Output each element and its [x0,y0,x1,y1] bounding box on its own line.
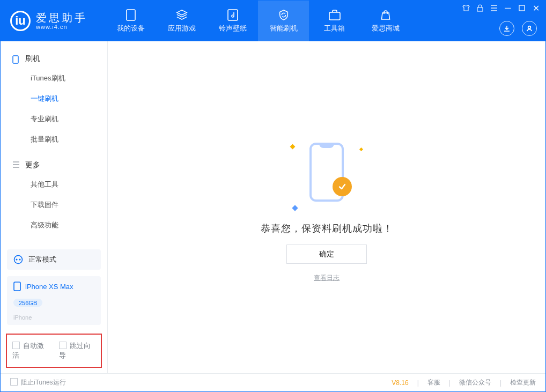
device-icon [13,282,21,291]
app-name: 爱思助手 [36,12,87,24]
app-url: www.i4.cn [36,24,87,30]
mode-icon [13,255,23,264]
sidebar-item-batch-flash[interactable]: 批量刷机 [1,129,107,150]
device-icon [125,9,137,21]
tab-smart-flash[interactable]: 智能刷机 [258,1,309,41]
section-flash: 刷机 [1,50,107,68]
device-card[interactable]: iPhone XS Max 256GB iPhone [7,276,101,325]
svg-rect-4 [519,5,525,11]
tab-label: 爱思商城 [372,24,400,33]
svg-rect-6 [13,56,18,63]
success-message: 恭喜您，保资料刷机成功啦！ [261,222,393,235]
shirt-icon[interactable] [462,4,470,12]
logo-icon: iu [10,11,31,31]
app-window: iu 爱思助手 www.i4.cn 我的设备 应用游戏 [0,0,546,392]
tab-my-device[interactable]: 我的设备 [105,1,156,41]
main-content: 恭喜您，保资料刷机成功啦！ 确定 查看日志 [108,41,545,373]
svg-rect-2 [329,12,340,20]
toolbox-icon [329,9,341,21]
check-icon [333,177,352,196]
svg-point-5 [528,26,531,29]
logo-block: iu 爱思助手 www.i4.cn [1,1,105,41]
music-icon [227,9,239,21]
view-log-link[interactable]: 查看日志 [314,273,340,283]
cube-icon [176,9,188,21]
section-more-label: 更多 [25,160,40,170]
sidebar-item-download-firmware[interactable]: 下载固件 [1,195,107,215]
device-name: iPhone XS Max [25,283,73,291]
header: iu 爱思助手 www.i4.cn 我的设备 应用游戏 [1,1,545,41]
confirm-button[interactable]: 确定 [286,245,367,264]
options-highlight: 自动激活 跳过向导 [6,334,102,368]
store-icon [380,9,392,21]
checkbox-auto-activate[interactable]: 自动激活 [12,341,49,360]
checkbox-skip-guide[interactable]: 跳过向导 [59,341,96,360]
refresh-icon [278,9,290,21]
svg-point-8 [16,258,17,260]
version-label: V8.16 [392,379,408,387]
tab-store[interactable]: 爱思商城 [360,1,411,41]
checkbox-block-itunes-label: 阻止iTunes运行 [21,379,66,386]
sidebar-item-pro-flash[interactable]: 专业刷机 [1,109,107,129]
tab-apps-games[interactable]: 应用游戏 [156,1,207,41]
device-subtitle: iPhone [13,314,32,321]
lock-icon[interactable] [476,4,484,12]
close-icon[interactable]: ✕ [532,4,540,12]
tab-toolbox[interactable]: 工具箱 [309,1,360,41]
svg-point-7 [14,256,23,264]
window-controls: ─ ✕ [462,4,540,12]
tab-label: 应用游戏 [168,24,196,33]
sidebar: 刷机 iTunes刷机 一键刷机 专业刷机 批量刷机 更多 其他工具 下载固件 … [1,41,108,373]
tab-label: 我的设备 [117,24,145,33]
tab-label: 工具箱 [324,24,345,33]
tab-ringtone-wallpaper[interactable]: 铃声壁纸 [207,1,258,41]
mode-label: 正常模式 [28,255,56,264]
checkbox-block-itunes[interactable]: 阻止iTunes运行 [10,378,66,387]
minimize-icon[interactable]: ─ [504,4,512,12]
tab-label: 铃声壁纸 [219,24,247,33]
result-panel: 恭喜您，保资料刷机成功啦！ 确定 查看日志 [261,132,393,283]
user-button[interactable] [522,21,537,36]
footer: 阻止iTunes运行 V8.16 | 客服 | 微信公众号 | 检查更新 [1,373,545,391]
footer-link-check-update[interactable]: 检查更新 [510,378,536,387]
list-icon [12,161,20,169]
tab-label: 智能刷机 [270,24,298,33]
download-button[interactable] [499,21,514,36]
svg-rect-3 [477,8,483,11]
svg-rect-0 [127,10,135,20]
section-more: 更多 [1,156,107,174]
sidebar-item-advanced[interactable]: 高级功能 [1,215,107,235]
section-flash-label: 刷机 [25,54,40,64]
sidebar-item-oneclick-flash[interactable]: 一键刷机 [1,88,107,109]
header-tabs: 我的设备 应用游戏 铃声壁纸 智能刷机 [105,1,411,41]
device-capacity: 256GB [13,299,42,307]
sidebar-item-itunes-flash[interactable]: iTunes刷机 [1,68,107,88]
maximize-icon[interactable] [518,4,526,12]
footer-link-support[interactable]: 客服 [427,378,440,387]
footer-link-wechat[interactable]: 微信公众号 [459,378,491,387]
mode-card[interactable]: 正常模式 [7,249,101,270]
body: 刷机 iTunes刷机 一键刷机 专业刷机 批量刷机 更多 其他工具 下载固件 … [1,41,545,373]
menu-icon[interactable] [490,4,498,12]
svg-rect-10 [14,282,20,291]
svg-point-9 [19,258,20,260]
success-illustration [286,132,367,212]
sidebar-item-other-tools[interactable]: 其他工具 [1,174,107,195]
phone-icon [12,55,20,63]
